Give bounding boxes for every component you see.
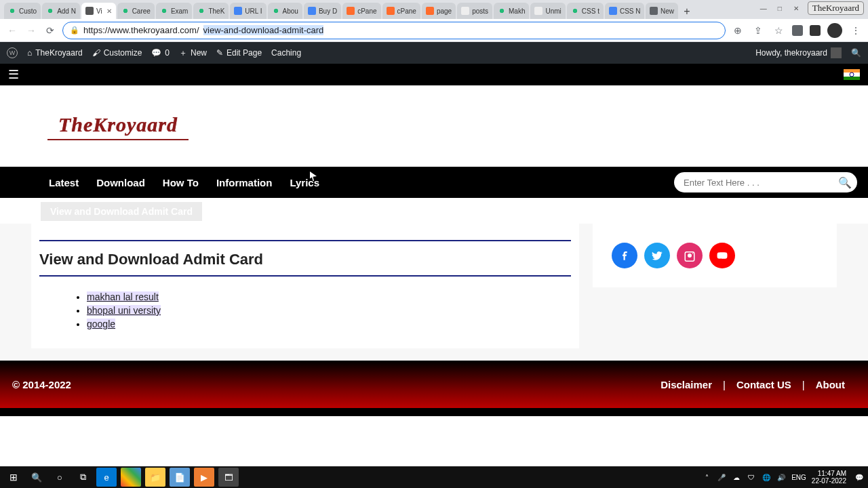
tab[interactable]: New bbox=[646, 3, 678, 19]
wp-customize[interactable]: 🖌Customize bbox=[92, 48, 142, 58]
volume-icon[interactable]: 🔊 bbox=[776, 472, 786, 482]
tab[interactable]: Caree bbox=[117, 3, 155, 19]
tab[interactable]: Vi✕ bbox=[81, 3, 116, 19]
tab[interactable]: page bbox=[422, 3, 456, 19]
content-link[interactable]: makhan lal result bbox=[87, 291, 159, 302]
forward-button[interactable]: → bbox=[24, 24, 38, 37]
tab[interactable]: posts bbox=[457, 3, 492, 19]
wp-site-name[interactable]: ⌂TheKroyaard bbox=[27, 48, 83, 58]
site-logo[interactable]: TheKroyaard bbox=[47, 112, 189, 140]
system-tray[interactable]: ˄ 🎤 ☁ 🛡 🌐 🔊 ENG 11:47 AM 22-07-2022 💬 bbox=[702, 470, 864, 485]
instagram-icon[interactable] bbox=[677, 243, 703, 268]
chevron-up-icon[interactable]: ˄ bbox=[702, 472, 711, 482]
explorer-icon[interactable]: 📁 bbox=[145, 468, 165, 487]
tab[interactable]: URL I bbox=[230, 3, 266, 19]
tab-label: Caree bbox=[132, 7, 151, 15]
main-nav: LatestDownloadHow ToInformationLyrics 🔍 bbox=[0, 167, 868, 198]
share-icon[interactable]: ⇪ bbox=[751, 24, 765, 37]
window-minimize[interactable]: — bbox=[759, 3, 768, 13]
tab-label: Unmi bbox=[545, 7, 561, 15]
nav-link[interactable]: Information bbox=[216, 177, 273, 188]
defender-icon[interactable]: 🛡 bbox=[747, 472, 756, 482]
reload-button[interactable]: ⟳ bbox=[43, 24, 57, 37]
language-indicator[interactable]: ENG bbox=[791, 474, 806, 481]
tab[interactable]: cPane bbox=[342, 3, 380, 19]
new-tab-button[interactable]: + bbox=[679, 4, 694, 19]
nav-link[interactable]: How To bbox=[163, 177, 199, 188]
tab-label: Buy D bbox=[319, 7, 337, 15]
zoom-icon[interactable]: ⊕ bbox=[731, 24, 745, 37]
tab[interactable]: Abou bbox=[268, 3, 302, 19]
taskbar-search-icon[interactable]: 🔍 bbox=[27, 468, 46, 487]
nav-link[interactable]: Lyrics bbox=[290, 177, 319, 188]
nav-link[interactable]: Download bbox=[96, 177, 145, 188]
app-icon[interactable]: 🗔 bbox=[218, 468, 239, 487]
url-input[interactable]: 🔒 https://www.thekroyaard.com/view-and-d… bbox=[62, 22, 726, 39]
tab-label: Custo bbox=[19, 7, 37, 15]
window-close[interactable]: ✕ bbox=[791, 3, 801, 13]
tab-close-icon[interactable]: ✕ bbox=[106, 7, 112, 15]
twitter-icon[interactable] bbox=[644, 243, 670, 268]
edge-icon[interactable]: e bbox=[96, 468, 117, 487]
footer-link[interactable]: Contact US bbox=[726, 379, 802, 390]
nav-link[interactable]: Latest bbox=[49, 177, 79, 188]
facebook-icon[interactable] bbox=[612, 243, 637, 268]
url-selected: view-and-download-admit-card bbox=[203, 25, 324, 35]
search-box[interactable]: 🔍 bbox=[674, 172, 857, 192]
back-button[interactable]: ← bbox=[5, 24, 19, 37]
list-item: bhopal uni versity bbox=[87, 305, 571, 316]
media-icon[interactable]: ▶ bbox=[194, 468, 214, 487]
content-link[interactable]: bhopal uni versity bbox=[87, 305, 161, 316]
favicon-icon bbox=[272, 7, 280, 15]
notifications-icon[interactable]: 💬 bbox=[854, 472, 864, 482]
mic-icon[interactable]: 🎤 bbox=[717, 472, 726, 482]
tab[interactable]: TheK bbox=[193, 3, 229, 19]
tab[interactable]: Unmi bbox=[530, 3, 565, 19]
onedrive-icon[interactable]: ☁ bbox=[732, 472, 741, 482]
tab[interactable]: Makh bbox=[494, 3, 529, 19]
wp-new[interactable]: ＋New bbox=[179, 47, 207, 59]
wp-comments[interactable]: 💬0 bbox=[151, 48, 170, 58]
tab[interactable]: Exam bbox=[156, 3, 193, 19]
lock-icon: 🔒 bbox=[70, 26, 79, 35]
wp-edit-page[interactable]: ✎Edit Page bbox=[216, 48, 262, 58]
profile-avatar[interactable] bbox=[827, 23, 842, 38]
tab[interactable]: CSS t bbox=[567, 3, 604, 19]
network-icon[interactable]: 🌐 bbox=[762, 472, 771, 482]
tab[interactable]: CSS N bbox=[605, 3, 644, 19]
favicon-icon bbox=[609, 7, 617, 15]
wp-caching[interactable]: Caching bbox=[271, 48, 301, 58]
hamburger-icon[interactable]: ☰ bbox=[8, 67, 19, 82]
task-view-icon[interactable]: ⧉ bbox=[73, 468, 92, 487]
extension-icon[interactable] bbox=[810, 25, 821, 36]
wp-search-icon[interactable]: 🔍 bbox=[851, 48, 861, 58]
favicon-icon bbox=[197, 7, 205, 15]
window-maximize[interactable]: □ bbox=[775, 3, 785, 13]
footer-link[interactable]: About bbox=[805, 379, 856, 390]
cortana-icon[interactable]: ○ bbox=[50, 468, 69, 487]
wp-howdy[interactable]: Howdy, thekroyaard bbox=[755, 47, 842, 58]
footer-link[interactable]: Disclaimer bbox=[650, 379, 723, 390]
tab-label: Add N bbox=[57, 7, 76, 15]
youtube-icon[interactable] bbox=[709, 243, 735, 268]
start-button[interactable]: ⊞ bbox=[4, 468, 23, 487]
extension-icon[interactable] bbox=[792, 25, 803, 36]
bookmark-icon[interactable]: ☆ bbox=[772, 24, 785, 37]
flag-india-icon bbox=[844, 69, 860, 80]
tab[interactable]: Custo bbox=[4, 3, 41, 19]
wp-logo[interactable]: W bbox=[7, 47, 18, 58]
content-link[interactable]: google bbox=[87, 319, 115, 329]
tab-label: Vi bbox=[96, 7, 102, 15]
divider bbox=[39, 275, 571, 277]
tab[interactable]: cPane bbox=[382, 3, 420, 19]
menu-icon[interactable]: ⋮ bbox=[849, 24, 863, 37]
app-icon[interactable]: 📄 bbox=[170, 468, 190, 487]
tab[interactable]: Add N bbox=[42, 3, 80, 19]
search-input[interactable] bbox=[684, 178, 838, 188]
chrome-icon[interactable] bbox=[121, 468, 141, 487]
favicon-icon bbox=[85, 7, 94, 15]
main-column: View and Download Admit Card makhan lal … bbox=[31, 224, 579, 348]
clock[interactable]: 11:47 AM 22-07-2022 bbox=[812, 470, 849, 485]
search-icon[interactable]: 🔍 bbox=[838, 176, 852, 189]
tab[interactable]: Buy D bbox=[304, 3, 341, 19]
